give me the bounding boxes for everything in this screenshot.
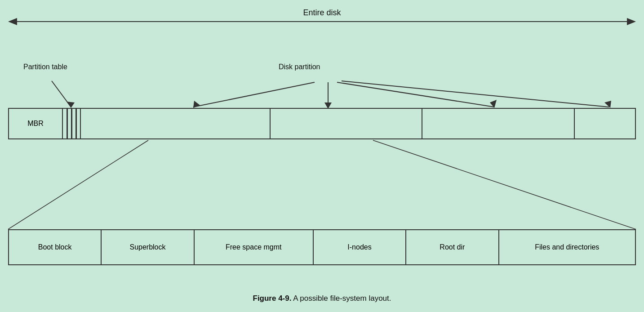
entire-disk-label: Entire disk bbox=[303, 8, 341, 18]
mbr-cell: MBR bbox=[9, 109, 63, 138]
diagram-container: Entire disk Partition table Disk partiti… bbox=[0, 0, 644, 312]
svg-line-13 bbox=[8, 140, 148, 229]
svg-marker-4 bbox=[67, 102, 75, 108]
inodes-cell: I-nodes bbox=[314, 230, 406, 264]
mbr-label: MBR bbox=[27, 120, 44, 128]
superblock-label: Superblock bbox=[129, 243, 165, 251]
files-directories-label: Files and directories bbox=[535, 243, 599, 251]
partition-2-cell bbox=[271, 109, 422, 138]
svg-line-3 bbox=[52, 81, 71, 107]
svg-marker-1 bbox=[8, 18, 17, 25]
partition-line-1 bbox=[67, 109, 68, 138]
root-dir-label: Root dir bbox=[440, 243, 465, 251]
svg-marker-2 bbox=[627, 18, 636, 25]
svg-marker-12 bbox=[604, 101, 611, 108]
figure-caption: Figure 4-9. A possible file-system layou… bbox=[253, 294, 391, 303]
svg-line-9 bbox=[337, 82, 494, 107]
root-dir-cell: Root dir bbox=[406, 230, 499, 264]
svg-line-5 bbox=[193, 82, 315, 107]
svg-line-11 bbox=[342, 81, 609, 107]
partition-lines bbox=[63, 109, 80, 138]
partition-line-2 bbox=[71, 109, 72, 138]
files-directories-cell: Files and directories bbox=[499, 230, 635, 264]
bottom-row: Boot block Superblock Free space mgmt I-… bbox=[8, 229, 636, 265]
svg-line-14 bbox=[373, 140, 636, 229]
boot-block-label: Boot block bbox=[38, 243, 72, 251]
caption-rest: A possible file-system layout. bbox=[291, 294, 391, 303]
partition-3-cell bbox=[422, 109, 574, 138]
partition-table-label: Partition table bbox=[23, 63, 67, 71]
free-space-mgmt-label: Free space mgmt bbox=[226, 243, 281, 251]
boot-block-cell: Boot block bbox=[9, 230, 102, 264]
caption-bold: Figure 4-9. bbox=[253, 294, 291, 303]
svg-marker-6 bbox=[193, 101, 200, 108]
svg-marker-10 bbox=[490, 100, 497, 108]
partition-line-3 bbox=[76, 109, 77, 138]
free-space-mgmt-cell: Free space mgmt bbox=[195, 230, 314, 264]
partition-1-cell bbox=[81, 109, 271, 138]
inodes-label: I-nodes bbox=[347, 243, 371, 251]
top-row: MBR bbox=[8, 108, 636, 139]
partition-lines-cell bbox=[63, 109, 81, 138]
superblock-cell: Superblock bbox=[102, 230, 194, 264]
partition-4-cell bbox=[575, 109, 635, 138]
disk-partition-label: Disk partition bbox=[279, 63, 320, 71]
